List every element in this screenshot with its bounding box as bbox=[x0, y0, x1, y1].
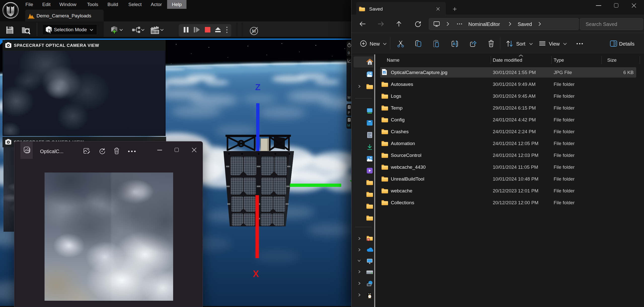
svg-text:X: X bbox=[253, 269, 259, 279]
svg-text:Z: Z bbox=[255, 82, 260, 92]
